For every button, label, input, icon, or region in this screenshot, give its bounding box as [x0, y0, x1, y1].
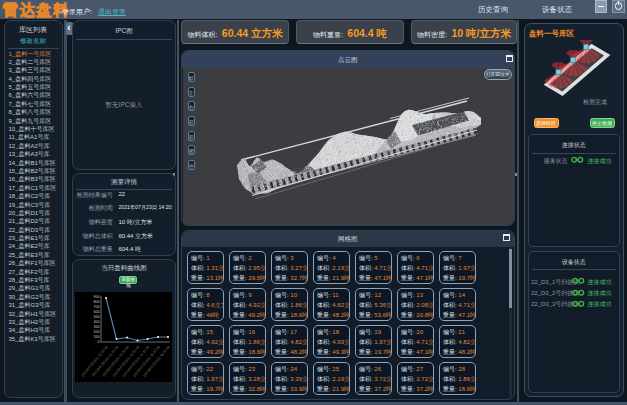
- svg-text:700: 700: [94, 305, 100, 309]
- svg-text:0: 0: [98, 339, 100, 343]
- svg-text:400: 400: [94, 319, 100, 323]
- svg-text:800: 800: [94, 300, 100, 304]
- svg-text:200: 200: [94, 329, 100, 333]
- svg-text:300: 300: [94, 324, 100, 328]
- svg-text:600: 600: [94, 310, 100, 314]
- svg-text:500: 500: [94, 314, 100, 318]
- svg-text:100: 100: [94, 334, 100, 338]
- svg-text:900: 900: [94, 295, 100, 299]
